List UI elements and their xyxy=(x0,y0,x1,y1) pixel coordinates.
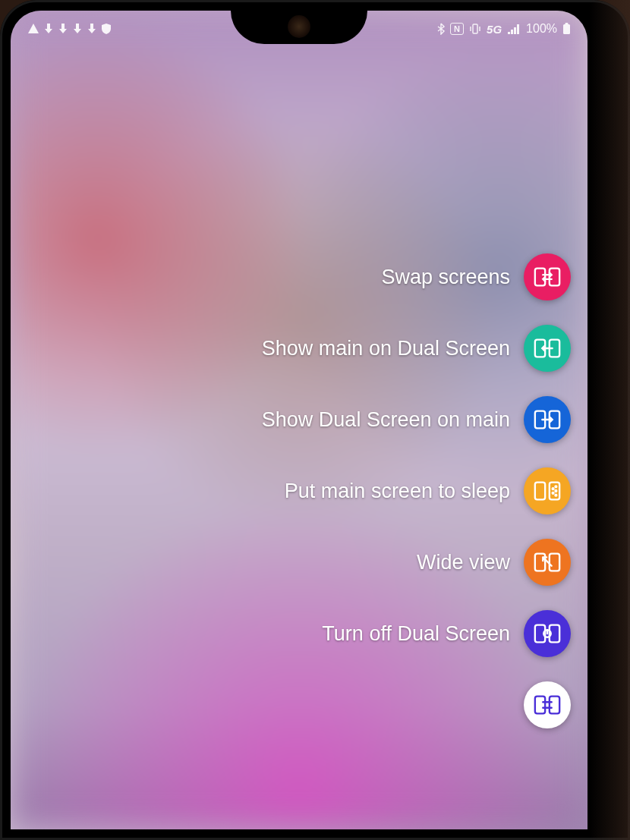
svg-rect-0 xyxy=(473,24,477,33)
download-icon xyxy=(58,23,68,35)
dual-screen-menu: Swap screens Show main on Dual Screen xyxy=(262,253,571,728)
menu-item-turn-off-dual[interactable]: Turn off Dual Screen xyxy=(262,610,571,657)
show-dual-on-main-icon[interactable] xyxy=(524,396,571,443)
svg-rect-3 xyxy=(563,24,570,34)
menu-item-swap-screens[interactable]: Swap screens xyxy=(262,253,571,300)
svg-rect-19 xyxy=(550,554,559,571)
menu-label: Show main on Dual Screen xyxy=(262,337,510,360)
menu-label: Turn off Dual Screen xyxy=(322,622,510,646)
wide-view-icon[interactable] xyxy=(524,539,571,586)
menu-item-wide-view[interactable]: Wide view xyxy=(262,539,571,586)
download-icon xyxy=(72,23,83,35)
warning-icon xyxy=(27,23,39,35)
download-icon xyxy=(43,23,54,35)
svg-rect-24 xyxy=(535,697,545,714)
signal-icon xyxy=(507,24,521,34)
svg-rect-11 xyxy=(535,483,545,500)
menu-label: Wide view xyxy=(417,551,510,574)
phone-frame: N 5G 100% Swap screens xyxy=(0,0,630,840)
battery-pct: 100% xyxy=(526,22,557,36)
svg-rect-18 xyxy=(535,554,545,571)
status-bar-right: N 5G 100% xyxy=(437,22,571,36)
svg-point-15 xyxy=(553,492,554,494)
network-5g-label: 5G xyxy=(487,23,502,36)
bluetooth-icon xyxy=(437,23,445,35)
dual-screen-fab-icon[interactable] xyxy=(524,681,571,728)
swap-screens-icon[interactable] xyxy=(524,253,571,300)
menu-item-show-dual-on-main[interactable]: Show Dual Screen on main xyxy=(262,396,571,443)
turn-off-dual-icon[interactable] xyxy=(524,610,571,657)
battery-icon xyxy=(562,23,571,35)
svg-point-13 xyxy=(553,488,554,489)
download-icon xyxy=(87,23,97,35)
svg-point-16 xyxy=(555,486,556,487)
nfc-icon: N xyxy=(450,23,464,35)
svg-point-14 xyxy=(555,490,556,492)
sleep-main-icon[interactable] xyxy=(524,467,571,514)
shield-icon xyxy=(101,23,112,35)
show-main-on-dual-icon[interactable] xyxy=(524,325,571,372)
svg-rect-6 xyxy=(550,269,559,286)
svg-rect-5 xyxy=(535,269,545,286)
menu-label: Swap screens xyxy=(381,266,510,289)
svg-rect-25 xyxy=(550,697,559,714)
menu-label: Show Dual Screen on main xyxy=(262,408,510,432)
display-notch xyxy=(231,11,367,44)
menu-label: Put main screen to sleep xyxy=(285,480,510,503)
svg-point-17 xyxy=(555,495,556,496)
menu-fab[interactable] xyxy=(262,681,571,728)
menu-item-put-main-to-sleep[interactable]: Put main screen to sleep xyxy=(262,467,571,514)
svg-rect-4 xyxy=(565,23,569,25)
status-bar-left xyxy=(27,23,112,35)
phone-screen: N 5G 100% Swap screens xyxy=(11,11,587,829)
vibrate-icon xyxy=(469,23,481,35)
frame-shadow xyxy=(589,0,630,840)
menu-item-show-main-on-dual[interactable]: Show main on Dual Screen xyxy=(262,325,571,372)
